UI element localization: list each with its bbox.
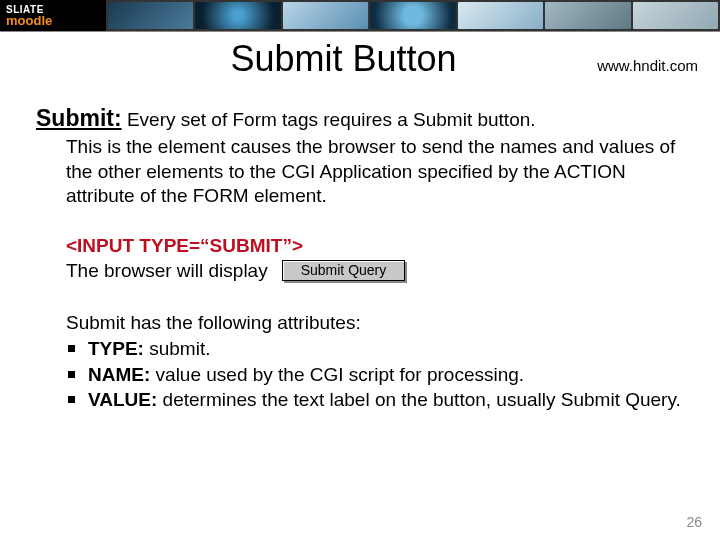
collage-cell (108, 2, 193, 29)
banner-collage (106, 0, 720, 31)
collage-cell (545, 2, 630, 29)
attributes-list: TYPE: submit. NAME: value used by the CG… (66, 337, 684, 412)
collage-cell (370, 2, 455, 29)
title-row: Submit Button www.hndit.com (0, 38, 720, 80)
page-number: 26 (686, 514, 702, 530)
slide-content: Submit: Every set of Form tags requires … (0, 80, 720, 412)
list-item: NAME: value used by the CGI script for p… (66, 363, 684, 387)
logo-block: SLIATE moodle (0, 0, 106, 31)
list-item: VALUE: determines the text label on the … (66, 388, 684, 412)
site-url: www.hndit.com (597, 57, 698, 74)
code-snippet: <INPUT TYPE=“SUBMIT”> (66, 234, 684, 258)
code-block: <INPUT TYPE=“SUBMIT”> The browser will d… (66, 234, 684, 283)
submit-query-button-graphic: Submit Query (282, 260, 406, 281)
page-title: Submit Button (120, 38, 567, 80)
attr-key: VALUE: (88, 389, 157, 410)
collage-cell (195, 2, 280, 29)
collage-cell (633, 2, 718, 29)
description-text: This is the element causes the browser t… (66, 135, 684, 208)
lead-label: Submit: (36, 105, 122, 131)
banner-strip: SLIATE moodle (0, 0, 720, 32)
attributes-intro: Submit has the following attributes: (66, 311, 684, 335)
attr-val: submit. (144, 338, 211, 359)
logo-line-2: moodle (6, 14, 106, 27)
list-item: TYPE: submit. (66, 337, 684, 361)
collage-cell (458, 2, 543, 29)
attr-val: value used by the CGI script for process… (150, 364, 524, 385)
attr-key: NAME: (88, 364, 150, 385)
lead-line: Submit: Every set of Form tags requires … (36, 104, 684, 133)
attr-key: TYPE: (88, 338, 144, 359)
attr-val: determines the text label on the button,… (157, 389, 681, 410)
collage-cell (283, 2, 368, 29)
lead-text: Every set of Form tags requires a Submit… (122, 109, 536, 130)
display-row: The browser will display Submit Query (66, 259, 684, 283)
attributes-section: Submit has the following attributes: TYP… (66, 311, 684, 412)
display-text: The browser will display (66, 259, 268, 283)
